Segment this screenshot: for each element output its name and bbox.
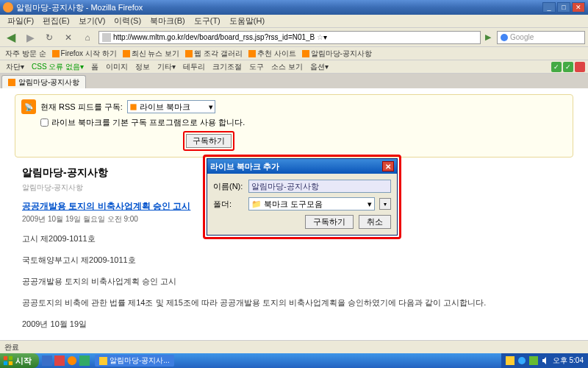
bookmark-name-input[interactable] — [248, 180, 391, 193]
quick-launch-icon[interactable] — [42, 355, 52, 366]
rss-label: 현재 RSS 피드를 구독: — [40, 102, 123, 113]
error-icon[interactable] — [575, 62, 585, 72]
rss-icon: 📡 — [21, 99, 36, 114]
name-label: 이름(N): — [213, 181, 245, 192]
stop-button[interactable]: ✕ — [60, 30, 76, 45]
menu-file[interactable]: 파일(F) — [3, 15, 38, 26]
tb-form[interactable]: 폼 — [88, 62, 101, 72]
search-box[interactable]: Google — [497, 31, 585, 44]
svg-rect-10 — [506, 356, 514, 365]
menu-history[interactable]: 이력(S) — [110, 15, 146, 26]
tb-css[interactable]: CSS 오류 없음▾ — [29, 62, 87, 72]
post-text: 국토해양부고시 제2009-1011호 — [22, 255, 566, 266]
bookmark-item[interactable]: Firefox 시작 하기 — [50, 49, 119, 59]
tb-resize[interactable]: 크기조절 — [209, 62, 245, 72]
dropdown-icon[interactable]: ▾ — [323, 33, 327, 41]
tray-icon[interactable] — [529, 356, 538, 365]
firefox-icon[interactable] — [67, 355, 77, 366]
dev-toolbar: 차단▾ CSS 오류 없음▾ 폼 이미지 정보 기타▾ 테두리 크기조절 도구 … — [0, 60, 588, 74]
tb-other[interactable]: 기타▾ — [154, 62, 179, 72]
dropdown-icon: ▾ — [368, 199, 372, 209]
url-bar[interactable]: http://www.mltm.go.kr/dev/board/board_rs… — [98, 31, 481, 44]
add-bookmark-dialog: 라이브 북마크 추가 ✕ 이름(N): 폴더: 📁 북마크 도구모음 ▾ ▾ — [207, 158, 398, 236]
svg-rect-9 — [79, 355, 90, 366]
nav-bar: ◀ ▶ ↻ ✕ ⌂ http://www.mltm.go.kr/dev/boar… — [0, 28, 588, 47]
tab-strip: 알림마당-공지사항 — [0, 74, 588, 88]
dialog-cancel-button[interactable]: 취소 — [359, 215, 391, 229]
dialog-title-bar[interactable]: 라이브 북마크 추가 ✕ — [207, 159, 397, 174]
bookmark-item[interactable]: 추천 사이트 — [246, 49, 298, 59]
quick-launch — [39, 355, 93, 366]
volume-icon[interactable] — [541, 356, 550, 365]
quick-launch-icon[interactable] — [79, 355, 90, 366]
tb-info[interactable]: 정보 — [132, 62, 153, 72]
svg-point-11 — [518, 357, 526, 364]
dialog-subscribe-button[interactable]: 구독하기 — [305, 215, 354, 229]
rss-icon — [8, 79, 15, 86]
default-reader-checkbox[interactable] — [40, 118, 49, 127]
checkbox-label: 라이브 북마크를 기본 구독 프로그램으로 사용 합니다. — [51, 117, 245, 128]
ie-icon — [99, 357, 107, 365]
dialog-close-button[interactable]: ✕ — [382, 161, 394, 171]
dropdown-icon: ▾ — [209, 102, 213, 112]
taskbar-item[interactable]: 알림마당-공지사... — [95, 355, 174, 367]
post-text: 2009년 10월 19일 — [22, 319, 566, 330]
tb-options[interactable]: 옵션▾ — [307, 62, 331, 72]
close-button[interactable]: ✕ — [572, 2, 585, 13]
menu-edit[interactable]: 편집(E) — [38, 15, 74, 26]
tb-outline[interactable]: 테두리 — [180, 62, 208, 72]
go-button[interactable]: ▶ — [485, 32, 491, 42]
highlight-box: 라이브 북마크 추가 ✕ 이름(N): 폴더: 📁 북마크 도구모음 ▾ ▾ — [203, 155, 401, 239]
bookmark-item[interactable]: 최신 뉴스 보기 — [121, 49, 182, 59]
svg-rect-7 — [54, 355, 65, 366]
tb-block[interactable]: 차단▾ — [3, 62, 27, 72]
back-button[interactable]: ◀ — [3, 30, 19, 45]
svg-rect-12 — [529, 356, 538, 365]
hancom-icon[interactable] — [54, 355, 65, 366]
svg-rect-4 — [4, 361, 7, 365]
menu-view[interactable]: 보기(V) — [74, 15, 110, 26]
bookmark-item[interactable]: 웹 조각 갤러리 — [183, 49, 245, 59]
menu-bar: 파일(F) 편집(E) 보기(V) 이력(S) 북마크(B) 도구(T) 도움말… — [0, 15, 588, 28]
refresh-button[interactable]: ↻ — [41, 30, 57, 45]
dialog-title: 라이브 북마크 추가 — [210, 161, 279, 172]
folder-icon: 📁 — [251, 199, 262, 209]
star-icon[interactable]: ☆ — [317, 33, 323, 41]
subscribe-button[interactable]: 구독하기 — [186, 134, 232, 148]
home-button[interactable]: ⌂ — [79, 30, 96, 45]
menu-bookmark[interactable]: 북마크(B) — [146, 15, 190, 26]
minimize-button[interactable]: _ — [542, 2, 556, 13]
maximize-button[interactable]: □ — [557, 2, 570, 13]
tb-tools[interactable]: 도구 — [246, 62, 267, 72]
folder-icon — [248, 50, 256, 57]
svg-rect-3 — [9, 356, 12, 360]
check-icon[interactable]: ✓ — [551, 62, 562, 72]
folder-icon — [185, 50, 193, 57]
system-tray: 오후 5:04 — [501, 353, 588, 368]
tray-icon[interactable] — [517, 356, 526, 365]
window-title: 알림마당-공지사항 - Mozilla Firefox — [16, 2, 143, 13]
forward-button[interactable]: ▶ — [22, 30, 38, 45]
tb-source[interactable]: 소스 보기 — [268, 62, 306, 72]
taskbar: 시작 알림마당-공지사... 오후 5:04 — [0, 353, 588, 368]
expand-button[interactable]: ▾ — [379, 198, 391, 210]
bookmarks-label[interactable]: 자주 방문 순 — [3, 49, 49, 59]
browser-tab[interactable]: 알림마당-공지사항 — [1, 75, 86, 88]
folder-select[interactable]: 📁 북마크 도구모음 ▾ — [248, 197, 375, 210]
clock[interactable]: 오후 5:04 — [553, 355, 584, 366]
rss-reader-select[interactable]: 라이브 북마크 ▾ — [127, 100, 215, 113]
page-icon — [102, 33, 111, 42]
windows-logo-icon — [3, 355, 13, 366]
bookmark-bar: 자주 방문 순 Firefox 시작 하기 최신 뉴스 보기 웹 조각 갤러리 … — [0, 47, 588, 60]
check-icon[interactable]: ✓ — [563, 62, 573, 72]
svg-rect-5 — [9, 361, 12, 365]
start-button[interactable]: 시작 — [0, 353, 39, 368]
content-area: 📡 현재 RSS 피드를 구독: 라이브 북마크 ▾ 라이브 북마크를 기본 구… — [0, 88, 588, 353]
menu-tools[interactable]: 도구(T) — [190, 15, 225, 26]
svg-rect-2 — [4, 356, 7, 360]
menu-help[interactable]: 도움말(H) — [225, 15, 269, 26]
tb-image[interactable]: 이미지 — [103, 62, 131, 72]
bookmark-item[interactable]: 알림마당-공지사항 — [300, 49, 374, 59]
rss-subscribe-box: 📡 현재 RSS 피드를 구독: 라이브 북마크 ▾ 라이브 북마크를 기본 구… — [15, 94, 573, 158]
tray-icon[interactable] — [506, 356, 514, 365]
